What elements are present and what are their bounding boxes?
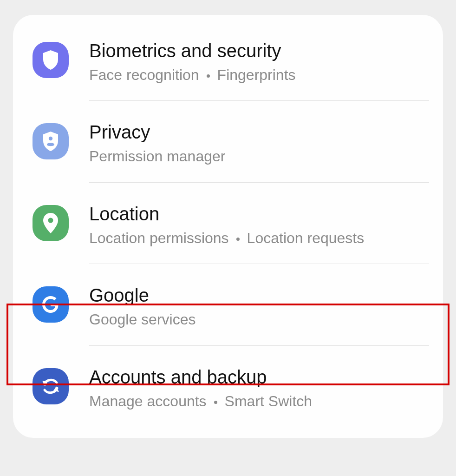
settings-card: Biometrics and security Face recognition…	[13, 15, 443, 438]
settings-item-title: Google	[89, 284, 195, 306]
settings-item-accounts[interactable]: Accounts and backup Manage accountsSmart…	[13, 346, 443, 427]
settings-item-biometrics[interactable]: Biometrics and security Face recognition…	[13, 20, 443, 100]
settings-item-subtitle: Google services	[89, 311, 195, 328]
settings-item-text: Biometrics and security Face recognition…	[69, 40, 296, 84]
svg-point-1	[48, 218, 53, 223]
settings-item-google[interactable]: Google Google services	[13, 264, 443, 345]
shield-icon	[33, 42, 69, 78]
settings-item-text: Privacy Permission manager	[69, 121, 225, 165]
settings-item-subtitle: Manage accountsSmart Switch	[89, 392, 312, 410]
settings-item-text: Location Location permissionsLocation re…	[69, 203, 364, 247]
settings-item-title: Biometrics and security	[89, 40, 296, 61]
settings-item-title: Location	[89, 203, 364, 225]
settings-item-subtitle: Face recognitionFingerprints	[89, 66, 296, 84]
sync-icon	[33, 368, 69, 404]
settings-item-text: Google Google services	[69, 284, 195, 328]
svg-point-0	[49, 137, 52, 140]
location-pin-icon	[33, 205, 69, 241]
settings-item-title: Accounts and backup	[89, 366, 312, 388]
settings-item-location[interactable]: Location Location permissionsLocation re…	[13, 183, 443, 264]
shield-person-icon	[33, 123, 69, 159]
settings-item-subtitle: Location permissionsLocation requests	[89, 229, 364, 247]
settings-item-privacy[interactable]: Privacy Permission manager	[13, 101, 443, 182]
google-g-icon	[33, 286, 69, 323]
settings-item-text: Accounts and backup Manage accountsSmart…	[69, 366, 312, 410]
settings-item-subtitle: Permission manager	[89, 147, 225, 165]
settings-item-title: Privacy	[89, 121, 225, 143]
